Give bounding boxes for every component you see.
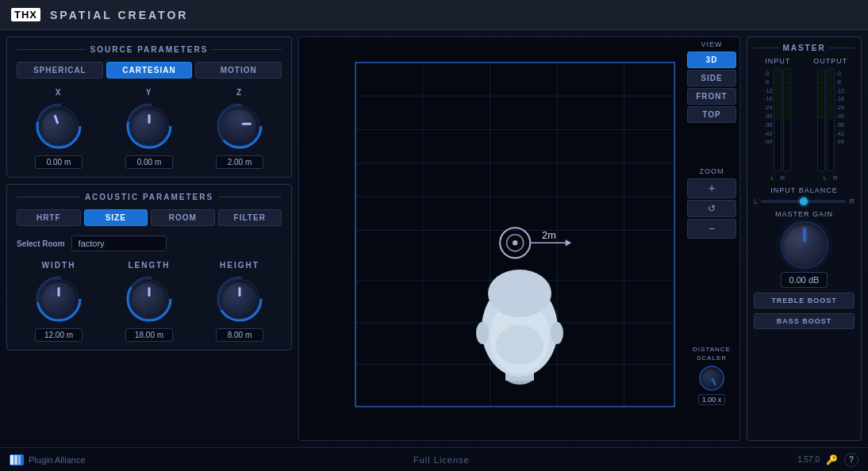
- view-btn-top[interactable]: TOP: [687, 106, 736, 123]
- distance-scaler-label: DISTANCESCALER: [693, 346, 731, 362]
- bass-boost-button[interactable]: BASS BOOST: [754, 313, 855, 329]
- view-btn-3d[interactable]: 3D: [687, 52, 736, 68]
- view-btn-front[interactable]: FRONT: [687, 88, 736, 105]
- knob-width[interactable]: [34, 274, 83, 324]
- svg-rect-52: [18, 455, 21, 465]
- zoom-minus-button[interactable]: −: [687, 219, 736, 239]
- vu-input-right-bar: [783, 68, 791, 171]
- svg-point-49: [496, 325, 543, 365]
- vu-seg: [775, 75, 780, 80]
- knob-y-value: 0.00 m: [125, 155, 173, 169]
- tab-filter[interactable]: FILTER: [218, 209, 282, 226]
- knob-length-label: LENGTH: [128, 261, 170, 270]
- tab-cartesian[interactable]: CARTESIAN: [106, 62, 193, 78]
- vu-output-ch-labels: L R: [824, 173, 838, 182]
- knob-height-dot: [239, 287, 241, 297]
- vu-seg: [775, 114, 780, 119]
- knob-length-value: 18.00 m: [125, 328, 173, 342]
- vu-output-meters: -0 -6 -12 -18 -24 -30 -36 -42 -Inf: [817, 68, 844, 171]
- xyz-knob-row: X 0.00 m: [17, 88, 282, 169]
- knob-height-label: HEIGHT: [220, 261, 259, 270]
- vu-seg: [819, 92, 824, 97]
- knob-height-value: 8.00 m: [216, 328, 263, 342]
- input-balance-slider[interactable]: [761, 200, 846, 203]
- vu-output-right-segs: [828, 69, 834, 170]
- vu-seg: [819, 75, 824, 80]
- vu-seg: [775, 98, 780, 102]
- treble-boost-button[interactable]: TREBLE BOOST: [754, 293, 855, 308]
- knob-length[interactable]: [125, 274, 174, 324]
- vu-input-left-segs: [774, 69, 781, 170]
- source-parameters-label: SOURCE PARAMETERS: [90, 45, 209, 54]
- vu-input-l-label: L: [770, 174, 774, 182]
- vu-seg: [775, 92, 780, 97]
- vu-seg: [819, 98, 824, 102]
- vu-seg: [819, 81, 824, 86]
- vu-scale-right: -0 -6 -12 -18 -24 -30 -36 -42 -Inf: [836, 68, 844, 146]
- knob-height[interactable]: [215, 274, 264, 324]
- distance-scaler-knob[interactable]: [699, 366, 724, 391]
- master-gain-knob[interactable]: [781, 221, 828, 269]
- vu-output-r-label: R: [833, 174, 838, 182]
- knob-width-inner: [39, 279, 79, 319]
- knob-y-label: Y: [146, 88, 153, 97]
- svg-point-38: [513, 240, 517, 245]
- distance-scaler: DISTANCESCALER 1.00 x: [684, 343, 739, 408]
- knob-group-height: HEIGHT 8.00 m: [215, 261, 264, 342]
- knob-x-value: 0.00 m: [35, 155, 83, 169]
- source-parameters-title: SOURCE PARAMETERS: [17, 45, 282, 54]
- balance-thumb: [800, 197, 808, 205]
- acoustic-parameters-label: ACOUSTIC PARAMETERS: [85, 193, 213, 201]
- tab-motion[interactable]: MOTION: [195, 62, 282, 78]
- select-room-input[interactable]: [71, 236, 167, 251]
- vu-seg: [785, 92, 789, 97]
- tab-size[interactable]: SIZE: [84, 209, 148, 226]
- vu-seg: [819, 70, 824, 75]
- view-label: VIEW: [687, 40, 736, 48]
- tab-hrtf[interactable]: HRTF: [17, 209, 81, 226]
- vu-seg: [828, 81, 833, 86]
- acoustic-parameters-box: ACOUSTIC PARAMETERS HRTF SIZE ROOM FILTE…: [6, 184, 292, 350]
- knob-group-length: LENGTH 18.00 m: [125, 261, 174, 342]
- vu-seg: [785, 103, 789, 108]
- knob-width-dot: [58, 287, 60, 297]
- master-gain-value: 0.00 dB: [781, 272, 828, 288]
- acoustic-tab-group: HRTF SIZE ROOM FILTER: [17, 209, 282, 226]
- tab-spherical[interactable]: SPHERICAL: [17, 62, 103, 78]
- master-line-left: [754, 48, 779, 48]
- key-icon: 🔑: [826, 454, 838, 465]
- help-button[interactable]: ?: [844, 453, 858, 467]
- thx-logo: THX SPATIAL CREATOR: [11, 8, 188, 21]
- knob-x[interactable]: [34, 101, 83, 151]
- vu-seg: [785, 81, 789, 86]
- vu-seg: [828, 75, 833, 80]
- source-tab-group: SPHERICAL CARTESIAN MOTION: [17, 62, 282, 78]
- view-btn-side[interactable]: SIDE: [687, 70, 736, 86]
- vu-seg: [828, 103, 833, 108]
- vu-seg: [819, 114, 824, 119]
- zoom-plus-button[interactable]: +: [687, 178, 736, 198]
- vu-scale-left: -0 -6 -12 -18 -24 -30 -36 -42 -Inf: [764, 68, 772, 146]
- vu-seg: [785, 109, 789, 113]
- tab-room[interactable]: ROOM: [151, 209, 215, 226]
- knob-y[interactable]: [125, 101, 174, 151]
- svg-marker-40: [566, 239, 571, 246]
- knob-z-label: Z: [236, 88, 243, 97]
- knob-x-label: X: [56, 88, 63, 97]
- right-panel: MASTER INPUT -0 -6 -12 -18 -24 -3: [747, 36, 862, 441]
- knob-z-dot: [242, 123, 252, 125]
- visualizer-container: 2m: [298, 36, 740, 441]
- zoom-label: ZOOM: [687, 167, 736, 175]
- vu-seg: [775, 86, 780, 91]
- left-panel: SOURCE PARAMETERS SPHERICAL CARTESIAN MO…: [6, 36, 292, 441]
- acoustic-line-right: [218, 197, 282, 197]
- vu-seg: [828, 114, 833, 119]
- version-text: 1.57.0: [797, 455, 820, 464]
- acoustic-line-left: [17, 197, 80, 197]
- vu-seg: [819, 109, 824, 113]
- vu-input-ch-labels: L R: [770, 173, 785, 182]
- vu-output-left-segs: [818, 69, 824, 170]
- zoom-reset-button[interactable]: ↺: [687, 200, 736, 217]
- vu-seg: [828, 109, 833, 113]
- knob-z[interactable]: [215, 101, 264, 151]
